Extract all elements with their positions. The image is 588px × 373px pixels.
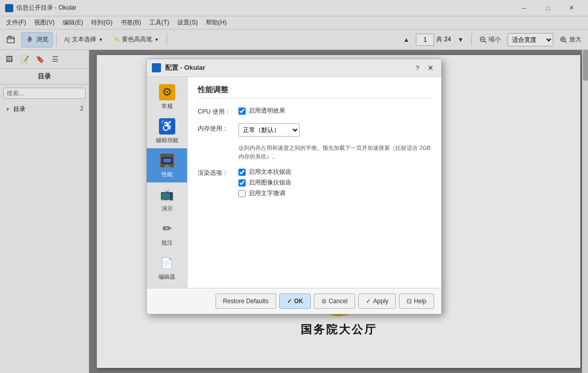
general-nav-icon: ⚙ (159, 84, 175, 100)
general-nav-label: 常规 (162, 102, 173, 110)
svg-rect-24 (164, 166, 170, 167)
svg-rect-25 (163, 158, 171, 163)
dialog-title: 配置 - Okular (165, 63, 412, 72)
apply-label: Apply (373, 298, 388, 305)
annotation-nav-label: 批注 (162, 239, 173, 247)
memory-row: 内存使用： 正常（默认） 低 高 激进 (198, 123, 431, 137)
cpu-controls: 启用透明效果 (238, 106, 285, 115)
help-button[interactable]: ⊡ Help (399, 294, 434, 309)
image-antialias-checkbox[interactable] (238, 179, 246, 186)
editor-nav-icon: 📄 (159, 255, 175, 271)
text-antialias-label: 启用文本抗锯齿 (249, 168, 291, 176)
help-label: Help (414, 298, 426, 305)
dialog-nav-presentation[interactable]: 📺 演示 (147, 182, 187, 217)
text-antialias-row[interactable]: 启用文本抗锯齿 (238, 168, 291, 176)
dialog-main-content: 性能调整 CPU 使用： 启用透明效果 内存使用： 正常（默认） (188, 77, 441, 288)
hinting-row[interactable]: 启用文字微调 (238, 189, 291, 198)
cancel-label: Cancel (329, 298, 348, 305)
dialog-titlebar: 配置 - Okular ? ✕ (147, 59, 441, 77)
dialog-app-icon (152, 63, 161, 72)
dialog-footer: Restore Defaults ✓ OK ⊘ Cancel ✓ Apply ⊡… (147, 288, 441, 314)
cancel-button[interactable]: ⊘ Cancel (314, 294, 355, 309)
dialog-nav-performance[interactable]: 性能 (147, 148, 187, 182)
section-title: 性能调整 (198, 85, 431, 98)
accessibility-nav-icon: ♿ (159, 118, 175, 135)
cpu-row: CPU 使用： 启用透明效果 (198, 106, 431, 116)
performance-nav-icon (159, 152, 175, 169)
performance-nav-label: 性能 (162, 171, 173, 178)
dialog-body: ⚙ 常规 ♿ 辅助功能 (147, 77, 441, 288)
image-antialias-label: 启用图像抗锯齿 (249, 178, 291, 187)
dialog-help-titlebar-button[interactable]: ? (412, 62, 423, 73)
ok-checkmark-icon: ✓ (287, 298, 292, 305)
cancel-icon: ⊘ (322, 298, 327, 305)
apply-button[interactable]: ✓ Apply (358, 294, 396, 309)
restore-defaults-button[interactable]: Restore Defaults (216, 294, 276, 309)
image-antialias-row[interactable]: 启用图像抗锯齿 (238, 178, 291, 187)
hinting-checkbox[interactable] (238, 190, 246, 197)
dialog-close-button[interactable]: ✕ (425, 62, 436, 73)
dialog-sidebar: ⚙ 常规 ♿ 辅助功能 (147, 77, 188, 288)
editor-nav-label: 编辑器 (158, 273, 175, 281)
ok-button[interactable]: ✓ OK (279, 294, 311, 309)
dialog-overlay: 配置 - Okular ? ✕ ⚙ 常规 ♿ 辅助功能 (0, 0, 588, 373)
memory-description: 达到内存占用和速度之间的平衡。预先加载下一页并加速搜索（比较适合 2GB 内存的… (238, 144, 431, 161)
dialog-nav-accessibility[interactable]: ♿ 辅助功能 (147, 114, 187, 148)
transparency-checkbox-row[interactable]: 启用透明效果 (238, 106, 285, 115)
annotation-nav-icon: ✏ (159, 221, 175, 237)
text-antialias-checkbox[interactable] (238, 169, 246, 176)
cpu-label: CPU 使用： (198, 106, 233, 116)
render-label: 渲染选项： (198, 168, 233, 177)
dialog-nav-editor[interactable]: 📄 编辑器 (147, 251, 187, 285)
accessibility-nav-label: 辅助功能 (156, 137, 178, 144)
ok-label: OK (294, 298, 303, 305)
memory-label: 内存使用： (198, 123, 233, 133)
transparency-label: 启用透明效果 (249, 106, 285, 115)
apply-checkmark-icon: ✓ (366, 298, 371, 305)
memory-select[interactable]: 正常（默认） 低 高 激进 (238, 123, 300, 137)
dialog-nav-general[interactable]: ⚙ 常规 (147, 80, 187, 114)
render-row: 渲染选项： 启用文本抗锯齿 启用图像抗锯齿 启用文字微调 (198, 168, 431, 198)
config-dialog: 配置 - Okular ? ✕ ⚙ 常规 ♿ 辅助功能 (146, 59, 442, 314)
dialog-nav-annotation[interactable]: ✏ 批注 (147, 217, 187, 251)
presentation-nav-label: 演示 (162, 205, 173, 212)
transparency-checkbox[interactable] (238, 108, 246, 115)
render-controls: 启用文本抗锯齿 启用图像抗锯齿 启用文字微调 (238, 168, 291, 198)
presentation-nav-icon: 📺 (159, 186, 175, 203)
hinting-label: 启用文字微调 (249, 189, 285, 198)
help-icon: ⊡ (407, 298, 412, 305)
